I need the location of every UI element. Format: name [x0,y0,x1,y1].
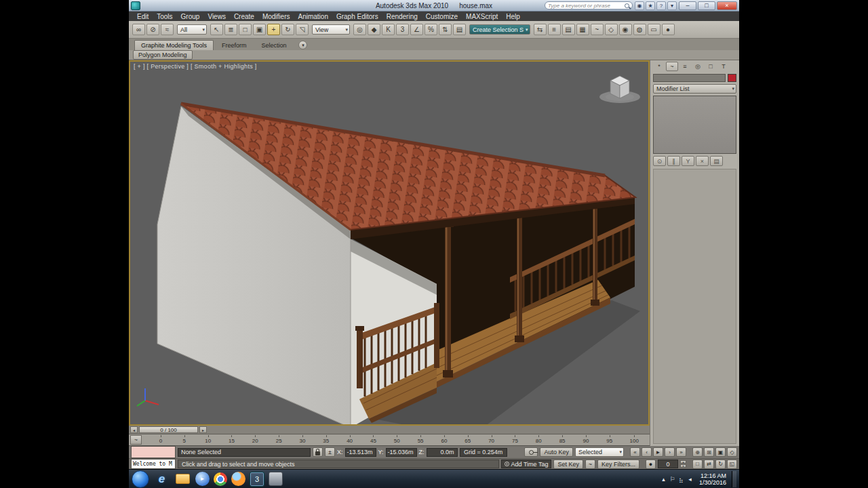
communication-center-icon[interactable]: ◉ [635,1,644,10]
firefox-icon[interactable] [231,472,245,486]
frame-spinner[interactable]: ▴▾ [680,460,686,468]
object-color-swatch[interactable] [728,74,736,82]
select-and-link-icon[interactable]: ∞ [132,24,145,35]
viewport-3d-scene[interactable] [130,62,648,424]
y-coordinate-field[interactable]: -15.036m [386,448,417,457]
go-to-end-button[interactable]: » [676,447,686,457]
menu-maxscript[interactable]: MAXScript [462,13,502,20]
show-desktop-button[interactable] [732,471,736,487]
object-name-field[interactable] [653,74,726,82]
orbit-viewport-button[interactable]: ↻ [715,460,726,469]
help-icon[interactable]: ? [656,1,666,10]
display-tab-icon[interactable]: □ [705,62,717,71]
select-and-scale-icon[interactable]: ◹ [296,24,309,35]
menu-create[interactable]: Create [230,13,258,20]
menu-edit[interactable]: Edit [133,13,153,20]
menu-graph-editors[interactable]: Graph Editors [332,13,382,20]
field-of-view-button[interactable]: ◇ [727,447,737,457]
play-animation-button[interactable]: ► [653,447,663,457]
percent-snap-icon[interactable]: % [425,24,437,35]
mirror-icon[interactable]: ⇆ [534,24,547,35]
set-key-button[interactable]: Set Key [553,460,583,469]
time-slider-right-arrow[interactable]: ▸ [199,426,207,433]
tab-freeform[interactable]: Freeform [215,40,254,50]
secondary-app-icon[interactable] [269,472,283,486]
chrome-icon[interactable] [214,472,227,486]
time-slider-left-arrow[interactable]: ◂ [130,426,138,433]
3dsmax-taskbar-icon[interactable]: 3 [250,472,264,487]
mini-curve-editor-button[interactable]: ~ [130,435,142,445]
rendered-frame-window-icon[interactable]: ▭ [648,24,660,35]
render-production-icon[interactable]: ● [662,24,675,35]
menu-animation[interactable]: Animation [294,13,332,20]
select-and-manipulate-icon[interactable]: ◆ [368,24,380,35]
snaps-toggle-icon[interactable]: 3 [396,24,409,35]
viewport[interactable]: [ + ] [ Perspective ] [ Smooth + Highlig… [129,60,650,426]
internet-explorer-icon[interactable]: e [153,471,170,487]
previous-frame-button[interactable]: ‹ [642,447,652,457]
reference-coordinate-system-dropdown[interactable]: View▾ [312,24,350,35]
modify-tab-icon[interactable]: ~ [666,62,678,71]
unlink-selection-icon[interactable]: ⊘ [146,24,159,35]
favorites-star-icon[interactable]: ★ [646,1,655,10]
auto-key-button[interactable]: Auto Key [540,447,573,457]
menu-modifiers[interactable]: Modifiers [258,13,294,20]
volume-icon[interactable]: ◂ [686,476,694,483]
show-hidden-icons-button[interactable]: ▴ [660,476,667,483]
utilities-tab-icon[interactable]: T [717,62,730,71]
key-mode-toggle-button[interactable]: ● [646,460,656,469]
modifier-stack[interactable] [653,96,736,154]
create-tab-icon[interactable]: * [653,62,665,71]
tab-polygon-modeling[interactable]: Polygon Modeling [133,50,193,60]
maxscript-listener-line[interactable]: Welcome to M [131,459,176,469]
x-coordinate-field[interactable]: -13.513m [345,448,376,457]
track-bar[interactable]: ◂ 0 / 100 ▸ [129,426,650,434]
align-icon[interactable]: ≡ [548,24,561,35]
maximize-button[interactable]: □ [698,1,715,10]
graphite-ribbon-toggle-icon[interactable]: ▦ [576,24,589,35]
viewport-label[interactable]: [ + ] [ Perspective ] [ Smooth + Highlig… [134,63,257,70]
go-to-start-button[interactable]: « [630,447,640,457]
select-and-move-icon[interactable]: + [267,24,280,35]
use-pivot-center-icon[interactable]: ◎ [353,24,366,35]
start-button[interactable] [132,470,149,488]
zoom-extents-button[interactable]: ▣ [715,447,726,457]
set-keys-button[interactable] [524,447,538,457]
select-object-icon[interactable]: ↖ [210,24,223,35]
search-icon[interactable] [625,3,629,8]
maximize-viewport-toggle-button[interactable]: ◱ [727,460,737,469]
menu-views[interactable]: Views [203,13,230,20]
angle-snap-icon[interactable]: ∠ [410,24,423,35]
selection-filter-dropdown[interactable]: All▾ [177,24,207,35]
pin-stack-button[interactable]: ⊙ [653,156,666,166]
close-button[interactable]: × [717,1,737,10]
zoom-region-button[interactable]: □ [692,460,703,469]
make-unique-button[interactable]: Y [682,156,694,166]
network-status-icon[interactable]: ⣦ [677,476,685,483]
media-player-icon[interactable]: ► [195,472,210,486]
render-setup-icon[interactable]: ◍ [633,24,646,35]
next-frame-button[interactable]: › [665,447,675,457]
current-frame-field[interactable]: 0 [658,460,678,468]
layer-manager-icon[interactable]: ▤ [562,24,575,35]
z-coordinate-field[interactable]: 0.0m [427,448,458,457]
rectangular-selection-region-icon[interactable]: □ [239,24,252,35]
action-center-icon[interactable]: ⚐ [669,476,676,483]
tab-selection[interactable]: Selection [254,40,293,50]
add-time-tag-button[interactable]: Add Time Tag [501,460,552,468]
select-by-name-icon[interactable]: ≣ [224,24,237,35]
spinner-up-icon[interactable]: ▴ [680,460,686,464]
remove-modifier-button[interactable]: × [696,156,709,166]
modifier-list-dropdown[interactable]: Modifier List▾ [653,84,736,94]
menu-group[interactable]: Group [177,13,204,20]
maxscript-mini-listener[interactable] [131,446,176,458]
key-mode-dropdown[interactable]: Selected▾ [575,447,624,457]
menu-rendering[interactable]: Rendering [382,13,422,20]
spinner-snap-icon[interactable]: ⇅ [439,24,452,35]
timeline-ruler[interactable]: ~ 05101520253035404550556065707580859095… [129,434,650,446]
show-end-result-button[interactable]: ∥ [667,156,680,166]
zoom-all-button[interactable]: ⊞ [704,447,714,457]
key-filters-button[interactable]: Key Filters... [597,460,639,469]
material-editor-icon[interactable]: ◉ [619,24,632,35]
default-tangents-button[interactable]: ~ [585,460,595,469]
